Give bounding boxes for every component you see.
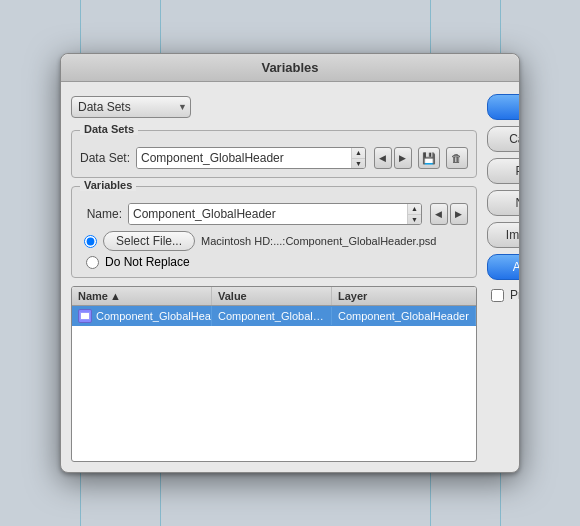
name-prev-nav-button[interactable]: ◀	[430, 203, 448, 225]
preview-row: Preview	[487, 286, 520, 304]
table-body: Component_GlobalHeader Component_GlobalH…	[72, 306, 476, 416]
th-sort-icon: ▲	[110, 290, 121, 302]
do-not-replace-radio[interactable]	[86, 256, 99, 269]
do-not-replace-row: Do Not Replace	[84, 255, 468, 269]
dataset-next-nav-button[interactable]: ▶	[394, 147, 412, 169]
datasets-groupbox: Data Sets Data Set: ▲ ▼ ◀ ▶	[71, 130, 477, 178]
preview-label: Preview	[510, 288, 520, 302]
th-value[interactable]: Value	[212, 287, 332, 305]
td-name: Component_GlobalHeader	[72, 306, 212, 326]
variables-group-label: Variables	[80, 179, 136, 191]
cancel-button[interactable]: Cancel	[487, 126, 520, 152]
td-value: Component_GlobalHead...	[212, 307, 332, 325]
name-spinner: ▲ ▼	[407, 203, 421, 225]
dataset-spinner-up[interactable]: ▲	[352, 147, 365, 159]
dataset-spinner: ▲ ▼	[351, 147, 365, 169]
dataset-spinner-down[interactable]: ▼	[352, 159, 365, 170]
td-layer: Component_GlobalHeader	[332, 307, 476, 325]
dataset-mode-select-wrapper[interactable]: Data Sets ▼	[71, 96, 191, 118]
th-name-label: Name	[78, 290, 108, 302]
prev-button[interactable]: Prev	[487, 158, 520, 184]
dataset-mode-select[interactable]: Data Sets	[71, 96, 191, 118]
next-button[interactable]: Next	[487, 190, 520, 216]
do-not-replace-label: Do Not Replace	[105, 255, 190, 269]
dataset-prev-nav-button[interactable]: ◀	[374, 147, 392, 169]
dataset-label: Data Set:	[80, 151, 130, 165]
dataset-row: Data Set: ▲ ▼ ◀ ▶ 💾	[80, 147, 468, 169]
dialog-title: Variables	[61, 54, 519, 82]
top-dropdown-row: Data Sets ▼	[71, 92, 477, 122]
filepath-text: Macintosh HD:...:Component_GlobalHeader.…	[201, 235, 436, 247]
dataset-delete-button[interactable]: 🗑	[446, 147, 468, 169]
variables-table: Name ▲ Value Layer	[71, 286, 477, 462]
dataset-new-button[interactable]: 💾	[418, 147, 440, 169]
variables-groupbox: Variables Name: ▲ ▼	[71, 186, 477, 278]
select-file-row: Select File... Macintosh HD:...:Componen…	[84, 231, 468, 251]
th-layer-label: Layer	[338, 290, 367, 302]
row-name-text: Component_GlobalHeader	[96, 310, 212, 322]
name-spinner-down[interactable]: ▼	[408, 215, 421, 226]
name-spinner-up[interactable]: ▲	[408, 203, 421, 215]
th-value-label: Value	[218, 290, 247, 302]
preview-checkbox[interactable]	[491, 289, 504, 302]
th-name[interactable]: Name ▲	[72, 287, 212, 305]
name-nav-buttons: ◀ ▶	[430, 203, 468, 225]
name-next-nav-button[interactable]: ▶	[450, 203, 468, 225]
select-file-radio[interactable]	[84, 235, 97, 248]
select-file-button[interactable]: Select File...	[103, 231, 195, 251]
name-row: Name: ▲ ▼ ◀ ▶	[80, 203, 468, 225]
table-row[interactable]: Component_GlobalHeader Component_GlobalH…	[72, 306, 476, 326]
row-icon	[78, 309, 92, 323]
name-label: Name:	[80, 207, 122, 221]
dataset-input[interactable]	[137, 148, 351, 168]
import-button[interactable]: Import...	[487, 222, 520, 248]
apply-button[interactable]: Apply	[487, 254, 520, 280]
table-header: Name ▲ Value Layer	[72, 287, 476, 306]
name-input-wrapper: ▲ ▼	[128, 203, 422, 225]
ok-button[interactable]: OK	[487, 94, 520, 120]
variables-group: Name: ▲ ▼ ◀ ▶	[80, 203, 468, 269]
datasets-group-label: Data Sets	[80, 123, 138, 135]
dataset-input-wrapper: ▲ ▼	[136, 147, 366, 169]
row-icon-inner	[80, 312, 90, 320]
th-layer[interactable]: Layer	[332, 287, 476, 305]
right-panel: OK Cancel Prev Next Import... Apply Prev…	[487, 92, 520, 462]
name-input[interactable]	[129, 204, 407, 224]
value-section: Select File... Macintosh HD:...:Componen…	[80, 231, 468, 269]
dataset-nav-buttons: ◀ ▶	[374, 147, 412, 169]
